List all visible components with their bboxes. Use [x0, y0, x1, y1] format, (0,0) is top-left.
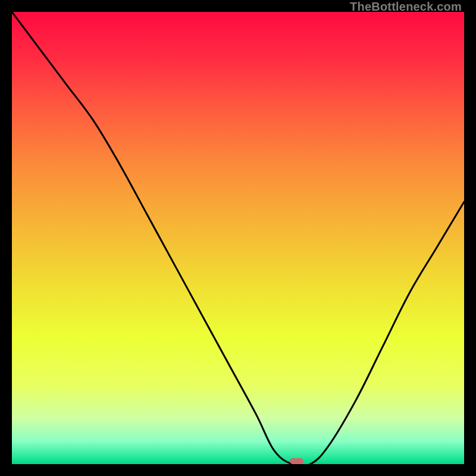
- optimum-marker: [290, 458, 303, 464]
- bottleneck-curve: [12, 12, 464, 464]
- chart-frame: TheBottleneck.com: [0, 0, 476, 476]
- plot-area: [12, 12, 464, 464]
